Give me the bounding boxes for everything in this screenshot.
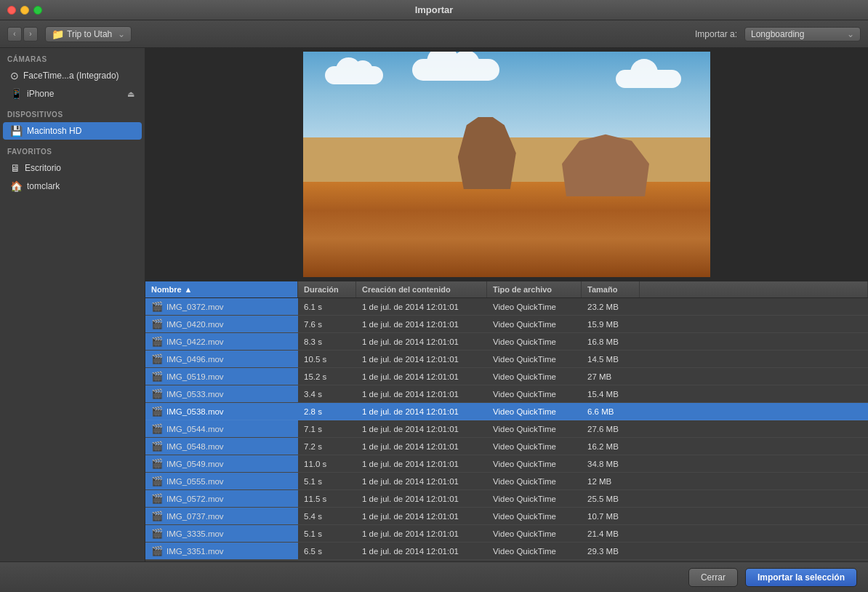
nav-forward-button[interactable]: ›	[23, 27, 38, 41]
table-row[interactable]: 🎬 IMG_0519.mov 15.2 s 1 de jul. de 2014 …	[145, 368, 868, 385]
file-duration-cell: 11.5 s	[298, 492, 356, 506]
table-row[interactable]: 🎬 IMG_0420.mov 7.6 s 1 de jul. de 2014 1…	[145, 316, 868, 333]
table-row[interactable]: 🎬 IMG_0533.mov 3.4 s 1 de jul. de 2014 1…	[145, 385, 868, 403]
table-row[interactable]: 🎬 IMG_0549.mov 11.0 s 1 de jul. de 2014 …	[145, 455, 868, 473]
table-row[interactable]: 🎬 IMG_3335.mov 5.1 s 1 de jul. de 2014 1…	[145, 525, 868, 543]
import-destination-chevron-icon: ⌄	[847, 29, 854, 39]
file-icon: 🎬	[151, 441, 163, 452]
file-name-cell: 🎬 IMG_0519.mov	[145, 368, 298, 385]
file-icon: 🎬	[151, 319, 163, 329]
folder-chevron-icon: ⌄	[118, 29, 125, 39]
file-list-container[interactable]: Nombre ▲ Duración Creación del contenido…	[145, 281, 868, 561]
file-rest-cell	[640, 513, 868, 519]
file-rows-container: 🎬 IMG_0372.mov 6.1 s 1 de jul. de 2014 1…	[145, 298, 868, 560]
file-type-cell: Video QuickTime	[487, 317, 582, 332]
file-type-cell: Video QuickTime	[487, 457, 582, 471]
file-creation-cell: 1 de jul. de 2014 12:01:01	[356, 369, 487, 384]
file-icon: 🎬	[151, 458, 163, 469]
import-destination-selector[interactable]: Longboarding ⌄	[744, 27, 861, 41]
import-to-label: Importar a:	[695, 29, 737, 39]
col-header-size[interactable]: Tamaño	[582, 281, 640, 297]
table-row[interactable]: 🎬 IMG_0572.mov 11.5 s 1 de jul. de 2014 …	[145, 490, 868, 508]
file-size-cell: 27 MB	[582, 369, 640, 384]
nav-back-button[interactable]: ‹	[7, 27, 22, 41]
file-name-label: IMG_0538.mov	[166, 407, 224, 416]
file-name-label: IMG_3335.mov	[166, 529, 224, 538]
bottom-bar: Cerrar Importar la selección	[0, 561, 868, 592]
file-creation-cell: 1 de jul. de 2014 12:01:01	[356, 300, 487, 314]
col-header-creation[interactable]: Creación del contenido	[356, 281, 487, 297]
sidebar-item-tomclark[interactable]: 🏠 tomclark	[3, 177, 142, 195]
file-name-label: IMG_0496.mov	[166, 355, 224, 364]
cloud1	[325, 66, 383, 84]
sidebar-section-devices: DISPOSITIVOS	[0, 103, 145, 121]
file-size-cell: 6.6 MB	[582, 404, 640, 419]
sidebar-item-facetime[interactable]: ⊙ FaceTime...a (Integrado)	[3, 67, 142, 84]
table-row[interactable]: 🎬 IMG_0548.mov 7.2 s 1 de jul. de 2014 1…	[145, 438, 868, 455]
cancel-button[interactable]: Cerrar	[688, 568, 738, 587]
file-type-cell: Video QuickTime	[487, 422, 582, 436]
folder-selector[interactable]: 📁 Trip to Utah ⌄	[45, 26, 132, 42]
file-name-label: IMG_0533.mov	[166, 390, 224, 399]
table-row[interactable]: 🎬 IMG_3351.mov 6.5 s 1 de jul. de 2014 1…	[145, 543, 868, 560]
file-type-cell: Video QuickTime	[487, 439, 582, 454]
table-row[interactable]: 🎬 IMG_0538.mov 2.8 s 1 de jul. de 2014 1…	[145, 403, 868, 420]
sidebar-section-cameras: CÁMARAS	[0, 48, 145, 66]
file-type-cell: Video QuickTime	[487, 527, 582, 541]
minimize-button[interactable]	[20, 6, 29, 15]
file-creation-cell: 1 de jul. de 2014 12:01:01	[356, 404, 487, 419]
file-type-cell: Video QuickTime	[487, 544, 582, 559]
file-icon: 🎬	[151, 528, 163, 539]
table-row[interactable]: 🎬 IMG_0372.mov 6.1 s 1 de jul. de 2014 1…	[145, 298, 868, 316]
folder-icon: 📁	[52, 28, 64, 40]
eject-icon[interactable]: ⏏	[127, 89, 134, 99]
table-row[interactable]: 🎬 IMG_0496.mov 10.5 s 1 de jul. de 2014 …	[145, 351, 868, 368]
table-row[interactable]: 🎬 IMG_0737.mov 5.4 s 1 de jul. de 2014 1…	[145, 508, 868, 525]
file-rest-cell	[640, 409, 868, 415]
file-name-cell: 🎬 IMG_0533.mov	[145, 385, 298, 402]
file-icon: 🎬	[151, 511, 163, 521]
table-row[interactable]: 🎬 IMG_0555.mov 5.1 s 1 de jul. de 2014 1…	[145, 473, 868, 490]
import-button[interactable]: Importar la selección	[745, 568, 857, 587]
maximize-button[interactable]	[33, 6, 42, 15]
file-size-cell: 15.4 MB	[582, 387, 640, 401]
file-size-cell: 16.8 MB	[582, 335, 640, 349]
sort-icon: ▲	[185, 285, 193, 294]
content-area: Nombre ▲ Duración Creación del contenido…	[145, 48, 868, 561]
sidebar-item-iphone[interactable]: 📱 iPhone ⏏	[3, 85, 142, 103]
col-header-duration[interactable]: Duración	[298, 281, 356, 297]
file-rest-cell	[640, 461, 868, 467]
file-name-cell: 🎬 IMG_3335.mov	[145, 525, 298, 542]
sidebar-item-label: Escritorio	[25, 163, 61, 173]
file-icon: 🎬	[151, 476, 163, 487]
sidebar-item-macintosh-hd[interactable]: 💾 Macintosh HD	[3, 122, 142, 140]
file-size-cell: 21.4 MB	[582, 527, 640, 541]
table-row[interactable]: 🎬 IMG_0544.mov 7.1 s 1 de jul. de 2014 1…	[145, 420, 868, 438]
file-creation-cell: 1 de jul. de 2014 12:01:01	[356, 422, 487, 436]
file-name-label: IMG_0544.mov	[166, 425, 224, 433]
table-row[interactable]: 🎬 IMG_0422.mov 8.3 s 1 de jul. de 2014 1…	[145, 333, 868, 351]
file-duration-cell: 11.0 s	[298, 457, 356, 471]
file-duration-cell: 5.4 s	[298, 509, 356, 524]
file-size-cell: 29.3 MB	[582, 544, 640, 559]
sky-bg	[303, 52, 710, 137]
file-creation-cell: 1 de jul. de 2014 12:01:01	[356, 492, 487, 506]
sidebar-item-label: tomclark	[27, 181, 60, 191]
file-duration-cell: 2.8 s	[298, 404, 356, 419]
file-icon: 🎬	[151, 336, 163, 347]
sidebar-item-escritorio[interactable]: 🖥 Escritorio	[3, 159, 142, 177]
file-duration-cell: 10.5 s	[298, 352, 356, 367]
col-header-name[interactable]: Nombre ▲	[145, 281, 298, 297]
folder-name: Trip to Utah	[67, 29, 112, 39]
file-size-cell: 10.7 MB	[582, 509, 640, 524]
file-rest-cell	[640, 356, 868, 362]
close-button[interactable]	[7, 6, 16, 15]
file-creation-cell: 1 de jul. de 2014 12:01:01	[356, 509, 487, 524]
file-rest-cell	[640, 339, 868, 345]
file-name-label: IMG_0422.mov	[166, 337, 224, 346]
file-duration-cell: 8.3 s	[298, 335, 356, 349]
col-header-type[interactable]: Tipo de archivo	[487, 281, 582, 297]
file-creation-cell: 1 de jul. de 2014 12:01:01	[356, 527, 487, 541]
file-name-cell: 🎬 IMG_0737.mov	[145, 508, 298, 524]
file-rest-cell	[640, 426, 868, 432]
